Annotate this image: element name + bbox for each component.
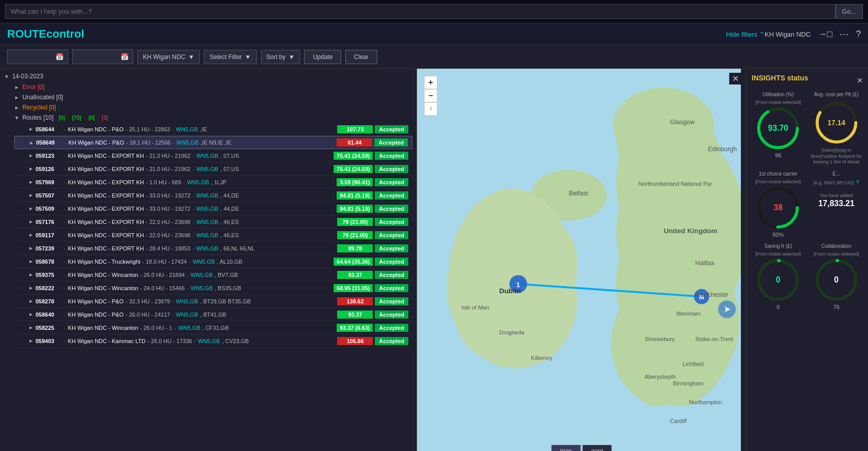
clear-button[interactable]: Clear xyxy=(345,50,377,64)
route-chevron: ► xyxy=(28,166,34,172)
route-row[interactable]: ► 057509 - KH Wigan NDC - EXPORT KH - 33… xyxy=(14,202,412,215)
hide-filters-button[interactable]: Hide filters ⌃ xyxy=(726,31,765,38)
routes-badge-0: [0] xyxy=(56,115,67,121)
route-chevron: ► xyxy=(28,179,34,185)
svg-text:Shrewsbury: Shrewsbury xyxy=(645,336,675,342)
route-id: 058644 xyxy=(36,126,62,132)
routes-label: Routes [10] xyxy=(22,114,53,121)
route-wn: WN5,GB xyxy=(191,272,213,278)
route-wn: WN5,GB xyxy=(176,298,198,304)
unallocated-group-header[interactable]: ► Unallocated [0] xyxy=(14,92,412,102)
route-row[interactable]: ► 059403 - KH Wigan NDC - Kammac LTD - 2… xyxy=(14,334,412,348)
route-row[interactable]: ► 057507 - KH Wigan NDC - EXPORT KH - 33… xyxy=(14,189,412,202)
route-id: 057239 xyxy=(36,245,62,251)
route-loc: , 44,DE xyxy=(220,192,239,199)
saving-value: 0 xyxy=(776,275,781,285)
route-id: 058225 xyxy=(36,325,62,331)
insights-close-button[interactable]: ✕ xyxy=(857,76,863,84)
date-from-field[interactable]: 14 - 03 - 2023 xyxy=(12,53,52,61)
route-status: Accepted xyxy=(375,231,408,239)
routes-group-header[interactable]: ▼ Routes [10] [0] [70] [0] [3] xyxy=(14,112,412,123)
route-row[interactable]: ► 057969 - KH Wigan NDC - EXPORT KH - 1.… xyxy=(14,176,412,189)
route-row[interactable]: ► 059126 - KH Wigan NDC - EXPORT KH - 21… xyxy=(14,162,412,176)
route-value: 64.64 (35.36) xyxy=(334,258,373,266)
route-row[interactable]: ► 058222 - KH Wigan NDC - Wincanton - 24… xyxy=(14,281,412,295)
go-button[interactable]: Go... xyxy=(835,4,863,19)
route-row[interactable]: ► 059123 - KH Wigan NDC - EXPORT KH - 21… xyxy=(14,149,412,162)
insight-question-icon[interactable]: ? xyxy=(856,179,859,185)
error-group-header[interactable]: ► Error [0] xyxy=(14,82,412,92)
route-rows: ► 058644 - KH Wigan NDC - P&O - 25.1 HU … xyxy=(14,123,412,348)
route-loc: , 46,ES xyxy=(220,219,238,225)
route-chevron: ► xyxy=(28,206,34,211)
route-row[interactable]: ► 058640 - KH Wigan NDC - P&O - 26.0 HU … xyxy=(14,308,412,321)
insight-emission: E... [e.g. 500/1.98*2.62] ? You have add… xyxy=(810,171,863,238)
route-chevron: ► xyxy=(28,219,34,224)
zoom-out-button[interactable]: − xyxy=(424,89,437,102)
logout-icon[interactable]: →□ xyxy=(818,29,832,40)
select-filter-dropdown[interactable]: Select Filter ▼ xyxy=(204,50,256,64)
zoom-in-button[interactable]: + xyxy=(424,76,437,89)
route-value: 61.44 xyxy=(337,138,372,147)
route-id: 059375 xyxy=(36,272,62,278)
depot-dropdown[interactable]: KH Wigan NDC ▼ xyxy=(137,50,200,64)
insight-saving-label: Saving fr (£) xyxy=(764,243,792,249)
main-area: ▼ 14-03-2023 ► Error [0] ► Unallocated [… xyxy=(0,69,868,451)
route-chevron: ► xyxy=(28,153,34,158)
map-tab-gant[interactable]: gant xyxy=(582,445,611,451)
date-group-header[interactable]: ▼ 14-03-2023 xyxy=(4,71,412,82)
update-button[interactable]: Update xyxy=(304,50,341,64)
route-loc: , 07,US xyxy=(220,166,239,172)
more-options-icon[interactable]: ⋯ xyxy=(840,29,849,40)
routes-badge-70: [70] xyxy=(70,115,83,121)
route-value: 138.62 xyxy=(337,297,373,305)
route-id: 059126 xyxy=(36,166,62,172)
route-row[interactable]: ► 059117 - KH Wigan NDC - EXPORT KH - 22… xyxy=(14,229,412,242)
route-row[interactable]: ► 058225 - KH Wigan NDC - Wincanton - 26… xyxy=(14,321,412,334)
route-hu: - 26.0 HU - 24117 xyxy=(126,312,170,318)
map-scrollbar[interactable] xyxy=(741,69,746,451)
emission-you-added: You have added xyxy=(818,193,854,199)
date-from-input[interactable]: 14 - 03 - 2023 📅 xyxy=(7,49,68,64)
date-chevron-down: ▼ xyxy=(4,74,9,79)
insight-saving-sublabel: [From routes selected] xyxy=(755,251,801,257)
route-row[interactable]: ► 058644 - KH Wigan NDC - P&O - 25.1 HU … xyxy=(14,123,412,136)
route-id: 057507 xyxy=(36,192,62,199)
insight-utilisation: Utilisation (%) [From routes selected] 9… xyxy=(752,91,805,165)
recycled-group-header[interactable]: ► Recycled [0] xyxy=(14,102,412,112)
calendar-from-icon[interactable]: 📅 xyxy=(55,53,64,61)
compass-button[interactable]: ↑ xyxy=(424,102,437,116)
route-status: Accepted xyxy=(375,191,408,200)
route-status: Accepted xyxy=(375,284,408,292)
route-id: 058678 xyxy=(36,259,62,265)
date-to-field[interactable]: 14 - 03 - 2023 xyxy=(77,53,117,61)
date-to-input[interactable]: 14 - 03 - 2023 📅 xyxy=(72,49,133,64)
route-row[interactable]: ► 059375 - KH Wigan NDC - Wincanton - 26… xyxy=(14,268,412,281)
route-row[interactable]: ► 058278 - KH Wigan NDC - P&O - 32.3 HU … xyxy=(14,295,412,308)
unallocated-label: Unallocated [0] xyxy=(22,94,63,101)
insight-collaboration-label: Collaboration xyxy=(821,243,851,249)
route-row[interactable]: ► 058649 - KH Wigan NDC - P&O - 18.1 HU … xyxy=(14,136,412,149)
insight-1st-carrier: 1st choice carrier [From routes selected… xyxy=(752,171,805,238)
date-label: 14-03-2023 xyxy=(12,73,43,80)
map-tab-map[interactable]: map xyxy=(551,445,580,451)
route-status: Accepted xyxy=(375,258,408,266)
route-value: 79 (21.00) xyxy=(337,231,373,239)
route-row[interactable]: ► 057239 - KH Wigan NDC - EXPORT KH - 28… xyxy=(14,242,412,255)
help-icon[interactable]: ? xyxy=(856,29,861,40)
route-row[interactable]: ► 058678 - KH Wigan NDC - Truckwright - … xyxy=(14,255,412,268)
sort-by-dropdown[interactable]: Sort by ▼ xyxy=(261,50,301,64)
route-status: Accepted xyxy=(375,337,408,345)
route-status: Accepted xyxy=(375,152,408,160)
route-hu: - 1.0 HU - 689 xyxy=(146,179,181,185)
route-status: Accepted xyxy=(375,271,408,279)
route-row[interactable]: ► 057176 - KH Wigan NDC - EXPORT KH - 22… xyxy=(14,215,412,229)
svg-text:Aberystwyth: Aberystwyth xyxy=(645,374,676,380)
route-status: Accepted xyxy=(375,218,408,226)
svg-text:Cardiff: Cardiff xyxy=(670,418,687,424)
route-value: 68.95 (31.05) xyxy=(334,284,373,292)
insight-1st-carrier-label: 1st choice carrier xyxy=(759,171,797,177)
map-close-button[interactable]: ✕ xyxy=(729,73,742,84)
search-input[interactable] xyxy=(5,4,835,19)
calendar-to-icon[interactable]: 📅 xyxy=(121,53,129,61)
